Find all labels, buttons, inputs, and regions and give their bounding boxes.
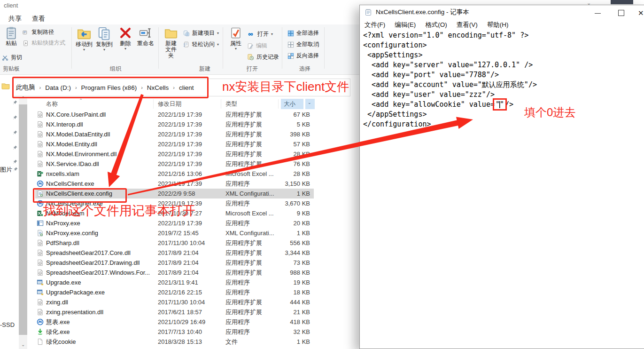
file-size: 418 KB — [283, 318, 310, 325]
paste-button[interactable]: 粘贴 — [1, 26, 22, 47]
easy-access-button[interactable]: 轻松访问 ▾ — [183, 40, 219, 48]
file-name: NX.Service.IDao.dll — [46, 160, 158, 167]
file-type: 应用程序 — [225, 199, 283, 208]
invert-selection-button[interactable]: 反向选择 — [287, 52, 319, 60]
sort-ascending-icon: ⌃ — [79, 98, 83, 103]
file-type-icon — [37, 160, 44, 167]
xml-line: </appSettings> — [360, 110, 644, 119]
file-size: 9 KB — [283, 210, 310, 217]
notepad-window: NxCellsClient.exe.config - 记事本 ✕ 文件(F) 编… — [359, 5, 644, 349]
menu-item[interactable]: 编辑(E) — [390, 19, 420, 31]
file-name: 绿化.exe — [46, 328, 158, 336]
minimize-button[interactable] — [595, 9, 602, 16]
copy-path-button[interactable]: 复制路径 — [23, 28, 54, 36]
table-row[interactable]: NxProxy.exe 2022/1/19 17:39 应用程序 20 KB — [0, 218, 360, 228]
file-date: 2017/6/21 18:57 — [158, 309, 225, 316]
table-row[interactable]: NX.Service.IDao.dll 2022/1/19 17:39 应用程序… — [0, 159, 360, 169]
cut-button[interactable]: 剪切 — [2, 54, 22, 62]
paste-shortcut-button[interactable]: 粘贴快捷方式 — [23, 39, 65, 47]
table-row[interactable]: UpgradePackage.exe 2021/2/16 22:15 应用程序 … — [0, 287, 360, 297]
xml-text: <add key="server" value="127.0.0.1" /> — [363, 61, 533, 69]
table-row[interactable]: NX.Core.UserPaint.dll 2022/1/19 17:39 应用… — [0, 110, 360, 119]
table-row[interactable]: NX.Model.Environment.dll 2022/1/19 17:39… — [0, 149, 360, 159]
sidebar-item-drive[interactable]: -SSD — [0, 321, 15, 328]
notepad-menubar: 文件(F) 编辑(E) 格式(O) 查看(V) 帮助(H) — [360, 19, 644, 31]
edit-button[interactable]: 编辑 — [247, 42, 267, 50]
select-all-button[interactable]: 全部选择 — [287, 29, 319, 37]
table-row[interactable]: 绿化.exe 2017/7/13 10:40 应用程序 32 KB — [0, 327, 360, 337]
copy-to-button[interactable]: 复制到 ▾ — [94, 26, 114, 51]
file-date: 2017/11/30 10:04 — [158, 239, 225, 246]
table-row[interactable]: PdfSharp.dll 2017/11/30 10:04 应用程序扩展 556… — [0, 238, 360, 248]
file-size: 21 KB — [283, 309, 310, 316]
table-row[interactable]: nxcells.xlam 2021/2/16 13:06 Microsoft E… — [0, 169, 360, 179]
tab-share[interactable]: 共享 — [6, 14, 24, 24]
table-row[interactable]: SpreadsheetGear2017.Core.dll 2017/8/9 21… — [0, 248, 360, 258]
column-header-type[interactable]: 类型 — [225, 100, 237, 108]
table-row[interactable]: NxProxy.exe.config 2019/7/2 15:45 XML Co… — [0, 228, 360, 238]
folder-icon — [1, 82, 10, 90]
scroll-down-icon[interactable]: ⌄ — [21, 342, 25, 347]
file-date: 2022/2/9 9:58 — [158, 190, 225, 197]
file-size: 444 KB — [283, 299, 310, 306]
table-row[interactable]: 绿化cookie 2018/3/28 15:13 文件 1 KB — [0, 337, 360, 347]
table-row[interactable]: NX.Model.DataEntity.dll 2022/1/19 17:39 … — [0, 129, 360, 139]
file-date: 2017/8/9 21:04 — [158, 259, 225, 266]
xml-line: <add key="server" value="127.0.0.1" /> — [360, 60, 644, 70]
ribbon-separator — [324, 27, 325, 69]
notepad-titlebar[interactable]: NxCellsClient.exe.config - 记事本 ✕ — [360, 5, 644, 19]
table-row[interactable]: SpreadsheetGear2017.Drawing.dll 2017/8/9… — [0, 258, 360, 268]
notepad-editor[interactable]: <?xml version="1.0" encoding="utf-8" ?> … — [360, 31, 644, 349]
table-row[interactable]: NX.Interop.dll 2022/1/19 17:39 应用程序扩展 5 … — [0, 119, 360, 129]
table-row[interactable]: zxing.dll 2017/11/30 10:04 应用程序扩展 444 KB — [0, 297, 360, 307]
move-to-button[interactable]: 移动到 ▾ — [74, 26, 94, 51]
file-type: 应用程序 — [225, 219, 283, 228]
infinity-icon — [247, 31, 255, 38]
column-header-name[interactable]: 名称 — [46, 100, 58, 108]
file-type: 应用程序 — [225, 278, 283, 287]
delete-button[interactable]: 删除 ▾ — [116, 26, 134, 50]
menu-item[interactable]: 格式(O) — [420, 19, 452, 31]
size-filter-dropdown[interactable]: ⌄ — [305, 99, 315, 109]
new-folder-button[interactable]: 新建文件夹 — [162, 26, 180, 59]
menu-item[interactable]: 文件(F) — [360, 19, 390, 31]
history-button[interactable]: 历史记录 — [247, 53, 279, 61]
nav-scrollbar-thumb[interactable] — [19, 104, 27, 335]
column-separator — [221, 99, 221, 109]
sidebar-item-pictures[interactable]: 图片 — [0, 166, 12, 174]
table-row[interactable]: Upgrade.exe 2021/3/11 9:41 应用程序 19 KB — [0, 278, 360, 287]
paste-shortcut-icon — [23, 40, 29, 47]
easy-access-icon — [183, 41, 190, 48]
file-date: 2022/1/19 17:39 — [158, 160, 225, 167]
select-none-button[interactable]: 全部取消 — [287, 40, 319, 48]
menu-item[interactable]: 查看(V) — [452, 19, 482, 31]
table-row[interactable]: zxing.presentation.dll 2017/6/21 18:57 应… — [0, 307, 360, 317]
open-button[interactable]: 打开 ▾ — [247, 30, 273, 38]
file-name: PdfSharp.dll — [46, 239, 158, 246]
table-row[interactable]: NxCellsClient.exe 2022/1/19 17:39 应用程序 3… — [0, 179, 360, 189]
edit-icon — [247, 43, 254, 49]
column-header-size[interactable]: 大小 — [284, 100, 295, 108]
easy-access-label: 轻松访问 — [192, 40, 215, 48]
column-separator — [278, 99, 279, 109]
rename-button[interactable]: 重命名 — [135, 26, 156, 47]
file-size: 1 KB — [283, 230, 310, 237]
open-label: 打开 — [257, 30, 269, 38]
explorer-ribbon: 粘贴 剪切 复制路径 粘贴快捷方式 剪贴板 移动到 ▾ — [0, 24, 360, 75]
close-button[interactable]: ✕ — [638, 9, 644, 16]
new-item-button[interactable]: 新建项目 ▾ — [183, 29, 219, 37]
xml-text: <?xml version="1.0" encoding="utf-8" ?> — [363, 31, 528, 40]
file-type: Microsoft Excel ... — [225, 170, 283, 177]
table-row[interactable]: 慧表.exe 2021/10/29 16:49 应用程序 418 KB — [0, 317, 360, 327]
tab-view[interactable]: 查看 — [29, 14, 48, 24]
cut-label: 剪切 — [11, 54, 22, 62]
chevron-down-icon: ▾ — [271, 33, 273, 36]
menu-item[interactable]: 帮助(H) — [482, 19, 513, 31]
properties-button[interactable]: 属性 ▾ — [227, 26, 244, 50]
properties-icon — [230, 26, 242, 40]
table-row[interactable]: SpreadsheetGear2017.Windows.For... 2017/… — [0, 268, 360, 278]
file-name: NxProxy.exe.config — [46, 230, 158, 237]
column-header-date[interactable]: 修改日期 — [158, 100, 181, 108]
maximize-button[interactable] — [618, 9, 626, 16]
table-row[interactable]: NX.Model.Entity.dll 2022/1/19 17:39 应用程序… — [0, 139, 360, 149]
